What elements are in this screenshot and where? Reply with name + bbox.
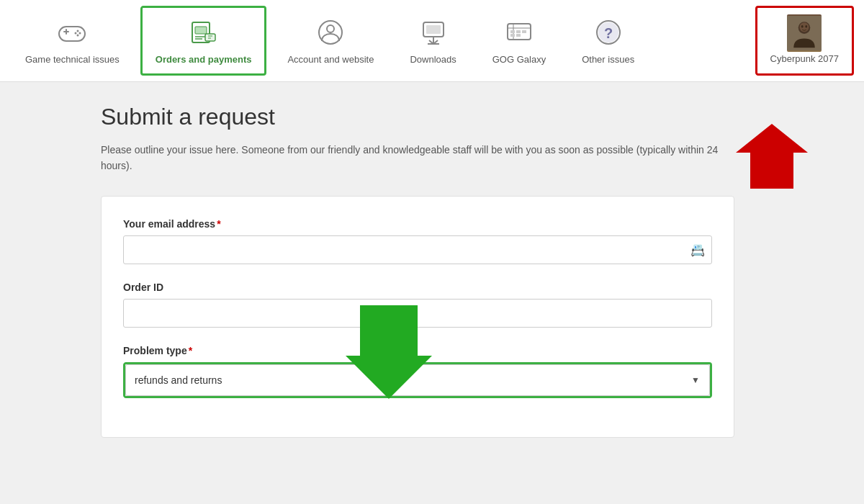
- nav-label-account-website: Account and website: [287, 54, 374, 66]
- svg-rect-23: [510, 30, 515, 33]
- navigation-bar: Game technical issues Orders and payment…: [0, 0, 864, 82]
- avatar-image: [787, 14, 822, 52]
- email-form-group: Your email address* 📇: [123, 218, 712, 264]
- email-label: Your email address*: [123, 218, 712, 230]
- svg-point-35: [806, 25, 808, 28]
- problem-type-form-group: Problem type* refunds and returns paymen…: [123, 345, 712, 398]
- nav-item-gog-galaxy[interactable]: GOG Galaxy: [477, 6, 561, 76]
- problem-type-required-star: *: [189, 345, 192, 356]
- problem-type-label: Problem type*: [123, 345, 712, 356]
- problem-type-select[interactable]: refunds and returns payment issues missi…: [125, 364, 710, 396]
- svg-rect-27: [516, 34, 521, 37]
- svg-point-3: [77, 30, 79, 32]
- nav-item-orders-payments[interactable]: Orders and payments: [140, 6, 267, 76]
- order-id-label: Order ID: [123, 282, 712, 293]
- email-input-wrapper: 📇: [123, 235, 712, 264]
- account-icon: [313, 15, 348, 50]
- nav-label-gog-galaxy: GOG Galaxy: [492, 54, 546, 66]
- form-card: Your email address* 📇 Order ID Problem t…: [101, 196, 734, 438]
- svg-point-34: [801, 25, 804, 28]
- order-id-input[interactable]: [123, 299, 712, 328]
- avatar-icon: [787, 16, 822, 50]
- nav-label-orders-payments: Orders and payments: [156, 54, 252, 66]
- svg-rect-11: [205, 34, 215, 41]
- svg-point-15: [327, 25, 334, 32]
- main-content: Submit a request Please outline your iss…: [0, 82, 864, 467]
- email-input[interactable]: [123, 235, 712, 264]
- email-required-star: *: [217, 218, 220, 230]
- nav-label-game-technical: Game technical issues: [25, 54, 120, 66]
- svg-rect-0: [59, 27, 85, 41]
- nav-item-downloads[interactable]: Downloads: [395, 6, 471, 76]
- question-icon: ?: [591, 15, 626, 50]
- svg-text:?: ?: [604, 25, 613, 41]
- svg-rect-17: [426, 25, 441, 34]
- problem-type-select-wrapper: refunds and returns payment issues missi…: [123, 362, 712, 398]
- svg-rect-8: [195, 27, 207, 34]
- orders-icon: [186, 15, 221, 50]
- svg-point-5: [75, 32, 77, 35]
- order-id-form-group: Order ID: [123, 282, 712, 328]
- nav-label-downloads: Downloads: [410, 54, 456, 66]
- svg-rect-26: [510, 34, 515, 37]
- nav-item-account-website[interactable]: Account and website: [272, 6, 389, 76]
- gamepad-icon: [55, 15, 89, 50]
- svg-rect-24: [516, 30, 521, 33]
- nav-spacer: [652, 0, 752, 81]
- svg-point-4: [79, 32, 81, 35]
- gog-galaxy-icon: [502, 15, 536, 50]
- page-title: Submit a request: [101, 104, 763, 130]
- svg-rect-25: [522, 30, 526, 33]
- nav-item-cyberpunk[interactable]: Cyberpunk 2077: [755, 6, 854, 76]
- svg-point-6: [77, 35, 79, 37]
- page-description: Please outline your issue here. Someone …: [101, 142, 734, 174]
- nav-label-cyberpunk: Cyberpunk 2077: [770, 53, 839, 66]
- downloads-icon: [416, 15, 451, 50]
- contact-card-icon: 📇: [690, 243, 705, 256]
- nav-item-other-issues[interactable]: ? Other issues: [567, 6, 649, 76]
- nav-item-game-technical[interactable]: Game technical issues: [10, 6, 135, 76]
- nav-label-other-issues: Other issues: [582, 54, 634, 66]
